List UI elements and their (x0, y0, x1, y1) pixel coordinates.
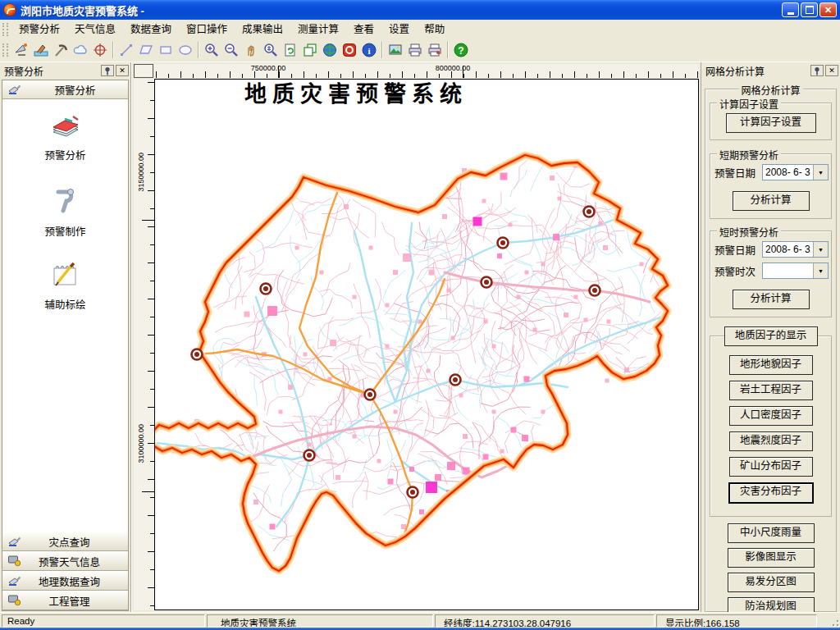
book-icon (2, 112, 128, 143)
factor-display-button-4[interactable]: 矿山分布因子 (729, 457, 813, 477)
maximize-button[interactable] (801, 2, 818, 17)
menu-item-2[interactable]: 数据查询 (123, 21, 179, 39)
extra-display-button-0[interactable]: 中小尺度雨量 (728, 523, 815, 543)
left-section-header[interactable]: 预警分析 (2, 80, 128, 99)
factor-display-button-3[interactable]: 地震烈度因子 (729, 431, 813, 451)
menu-item-8[interactable]: 帮助 (417, 21, 452, 39)
left-bar-0[interactable]: 灾点查询 (2, 532, 128, 551)
copy-view-icon[interactable] (300, 40, 320, 60)
pin-icon[interactable] (810, 65, 824, 76)
left-bar-1[interactable]: 预警天气信息 (2, 551, 128, 571)
draw-rectangle-icon[interactable] (156, 40, 176, 60)
forecast-date-value: 2008- 6- 3 (763, 165, 813, 180)
pin-icon[interactable] (101, 65, 114, 76)
left-bar-3[interactable]: 工程管理 (2, 591, 128, 610)
survey-icon[interactable] (31, 40, 51, 60)
nowcast-time-label: 预警时次 (714, 263, 762, 279)
device-icon (7, 593, 22, 609)
toolbar-separator (381, 42, 383, 58)
stop-icon[interactable] (340, 40, 359, 60)
zoom-window-icon[interactable] (261, 40, 281, 60)
minimize-button[interactable] (782, 2, 799, 17)
left-panel-body: 预警分析 预警分析预警制作辅助标绘 灾点查询预警天气信息地理数据查询工程管理 (2, 80, 129, 611)
menu-item-6[interactable]: 查看 (346, 21, 381, 39)
forecast-date-combo[interactable]: 2008- 6- 3 ▼ (762, 164, 829, 180)
left-tool-2[interactable]: 辅助标绘 (2, 260, 128, 312)
minimize-icon (788, 12, 794, 15)
maker-icon (2, 184, 128, 219)
factor-display-button-2[interactable]: 人口密度因子 (729, 406, 813, 426)
menu-grip[interactable] (2, 23, 8, 36)
right-panel-content: 网格分析计算 计算因子设置 计算因子设置 短期预警分析 预警日期 2008- 6… (701, 79, 840, 612)
chevron-down-icon[interactable]: ▼ (813, 242, 828, 257)
menu-item-1[interactable]: 天气信息 (67, 21, 123, 39)
zoom-in-icon[interactable] (202, 40, 221, 60)
toolbar-separator (112, 42, 114, 58)
close-button[interactable]: ✕ (819, 2, 837, 17)
menu-item-3[interactable]: 窗口操作 (179, 21, 235, 39)
chevron-down-icon[interactable]: ▼ (813, 165, 828, 180)
nowcast-date-combo[interactable]: 2008- 6- 3 ▼ (762, 241, 829, 258)
short-term-analyze-button[interactable]: 分析计算 (733, 191, 810, 211)
factor-setting-button[interactable]: 计算因子设置 (726, 113, 816, 133)
nowcast-analyze-button[interactable]: 分析计算 (733, 290, 810, 309)
zoom-out-icon[interactable] (221, 40, 241, 60)
nowcast-date-value: 2008- 6- 3 (763, 242, 813, 257)
factor-setting-group: 计算因子设置 计算因子设置 (710, 103, 832, 140)
radar-icon[interactable] (11, 40, 31, 60)
geo-factor-display-button[interactable]: 地质因子的显示 (724, 326, 818, 346)
close-icon[interactable]: ✕ (116, 65, 129, 76)
extra-display-button-2[interactable]: 易发分区图 (728, 573, 815, 592)
left-tool-label: 辅助标绘 (2, 296, 128, 312)
chevron-down-icon[interactable]: ▼ (813, 263, 828, 278)
info-icon[interactable]: i (359, 40, 379, 60)
close-icon[interactable]: ✕ (825, 65, 838, 76)
factor-display-button-1[interactable]: 岩土工程因子 (729, 381, 813, 400)
menu-item-4[interactable]: 成果输出 (235, 21, 290, 39)
left-tool-1[interactable]: 预警制作 (2, 184, 128, 239)
short-term-group-title: 短期预警分析 (717, 148, 781, 162)
status-scale: 显示比例:166.158 (656, 614, 817, 628)
nowcast-time-combo[interactable]: ▼ (762, 262, 829, 279)
factor-display-button-5[interactable]: 灾害分布因子 (728, 482, 814, 504)
menu-bar: 预警分析天气信息数据查询窗口操作成果输出测量计算查看设置帮助 (0, 20, 840, 39)
menu-item-5[interactable]: 测量计算 (290, 21, 346, 39)
print-icon[interactable] (405, 40, 425, 60)
export-image-icon[interactable] (386, 40, 405, 60)
left-panel-title: 预警分析 (4, 64, 99, 78)
globe-icon[interactable] (320, 40, 340, 60)
pick-icon[interactable] (51, 40, 71, 60)
extra-display-button-3[interactable]: 防治规划图 (728, 597, 815, 612)
resize-grip[interactable] (829, 614, 840, 628)
stream-network (179, 160, 662, 551)
left-tool-0[interactable]: 预警分析 (2, 112, 128, 162)
print-preview-icon[interactable] (425, 40, 445, 60)
help-icon[interactable]: ? (451, 40, 471, 60)
factor-display-button-0[interactable]: 地形地貌因子 (729, 355, 813, 375)
map-area: 750000.00800000.00 3150000.003100000.00 … (131, 62, 701, 612)
draw-ellipse-icon[interactable] (176, 40, 195, 60)
toolbar-grip[interactable] (2, 43, 8, 57)
draw-line-icon[interactable] (116, 40, 136, 60)
map-canvas[interactable]: 地质灾害预警系统 (154, 79, 699, 610)
left-bar-label: 预警天气信息 (22, 554, 128, 569)
app-icon (3, 3, 16, 16)
short-term-group: 短期预警分析 预警日期 2008- 6- 3 ▼ 分析计算 (710, 153, 832, 219)
draw-polygon-icon[interactable] (136, 40, 156, 60)
geo-factor-display-group: 地质因子的显示 地形地貌因子岩土工程因子人口密度因子地震烈度因子矿山分布因子灾害… (710, 336, 832, 517)
brush-icon (7, 82, 22, 98)
right-panel-header: 网格分析计算 ✕ (701, 62, 840, 79)
extra-display-button-1[interactable]: 影像图显示 (728, 548, 815, 568)
refresh-view-icon[interactable] (281, 40, 300, 60)
pan-hand-icon[interactable] (241, 40, 261, 60)
locate-icon[interactable] (90, 40, 110, 60)
cloud-icon[interactable] (71, 40, 90, 60)
left-bar-2[interactable]: 地理数据查询 (2, 571, 128, 591)
brush-icon (7, 573, 22, 589)
sketch-icon (2, 260, 128, 292)
ruler-y-label: 3150000.00 (137, 153, 145, 192)
menu-item-0[interactable]: 预警分析 (11, 21, 67, 39)
left-tool-label: 预警分析 (2, 147, 128, 162)
toolbar-separator (198, 42, 199, 58)
menu-item-7[interactable]: 设置 (381, 21, 417, 39)
